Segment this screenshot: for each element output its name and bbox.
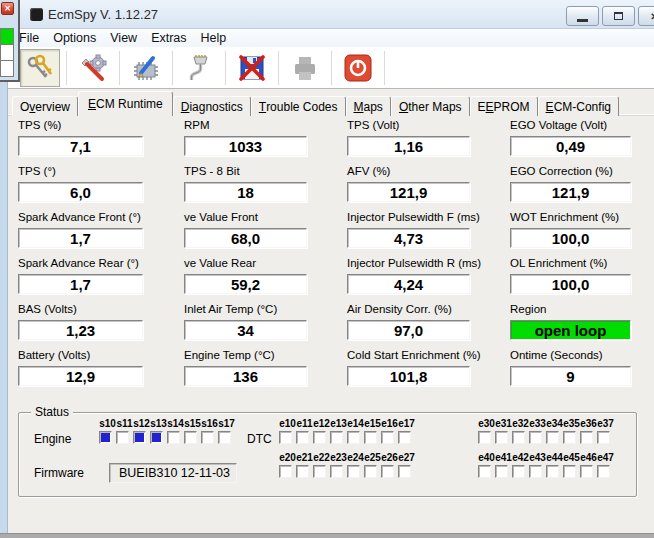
flag-checkbox-e13[interactable] bbox=[330, 431, 343, 444]
flag-checkbox-e23[interactable] bbox=[330, 465, 343, 478]
flag-checkbox-s11[interactable] bbox=[116, 431, 129, 444]
flag-checkbox-e31[interactable] bbox=[495, 431, 508, 444]
flag-checkbox-e24[interactable] bbox=[347, 465, 360, 478]
toolbar-separator bbox=[119, 51, 120, 85]
flag-checkbox-e21[interactable] bbox=[296, 465, 309, 478]
flag-checkbox-e44[interactable] bbox=[546, 465, 559, 478]
menu-view[interactable]: View bbox=[103, 29, 144, 47]
flag-checkbox-e16[interactable] bbox=[381, 431, 394, 444]
field-value-ego-voltage: 0,49 bbox=[510, 136, 631, 156]
popup-close-button[interactable]: ✕ bbox=[1, 2, 14, 15]
tab-overview[interactable]: Overview bbox=[12, 96, 78, 116]
tab-other-maps[interactable]: Other Maps bbox=[391, 96, 470, 116]
print-button[interactable] bbox=[285, 49, 325, 87]
flag-label: e16 bbox=[381, 418, 398, 429]
status-groupbox: Status Engine s10s11s12s13s14s15s16s17 D… bbox=[18, 412, 637, 497]
flag-checkbox-e43[interactable] bbox=[529, 465, 542, 478]
flag-labels: e30e31e32e33e34e35e36e37 bbox=[478, 418, 614, 429]
flag-checkbox-e27[interactable] bbox=[398, 465, 411, 478]
flag-label: s17 bbox=[218, 418, 235, 429]
flag-label: e14 bbox=[347, 418, 364, 429]
flag-label: s12 bbox=[133, 418, 150, 429]
save-cancel-icon bbox=[237, 53, 267, 83]
flag-labels: e40e41e42e43e44e45e46e47 bbox=[478, 452, 614, 463]
flag-checkbox-e22[interactable] bbox=[313, 465, 326, 478]
flag-checkbox-e42[interactable] bbox=[512, 465, 525, 478]
flag-checkbox-e46[interactable] bbox=[580, 465, 593, 478]
background-popup-window[interactable]: ✕ bbox=[0, 0, 20, 82]
field-value-afv: 121,9 bbox=[347, 182, 470, 202]
close-button[interactable]: ✕ bbox=[638, 6, 654, 26]
title-bar[interactable]: EcmSpy V. 1.12.27 ✕ bbox=[0, 0, 654, 29]
flag-checkbox-e33[interactable] bbox=[529, 431, 542, 444]
flag-label: e45 bbox=[563, 452, 580, 463]
ecmspy-window: EcmSpy V. 1.12.27 ✕ File Options View Ex… bbox=[0, 0, 654, 538]
settings-button[interactable] bbox=[73, 49, 113, 87]
window-bottom-edge bbox=[0, 533, 654, 538]
tab-trouble-codes[interactable]: Trouble Codes bbox=[251, 96, 346, 116]
flag-checkbox-e25[interactable] bbox=[364, 465, 377, 478]
toolbar-separator bbox=[225, 51, 226, 85]
field-label-inj-pw-r: Injector Pulsewidth R (ms) bbox=[347, 257, 470, 269]
menu-options[interactable]: Options bbox=[46, 29, 103, 47]
flag-checkbox-e14[interactable] bbox=[347, 431, 360, 444]
save-cancel-button[interactable] bbox=[232, 49, 272, 87]
flag-label: e15 bbox=[364, 418, 381, 429]
flag-checkbox-e36[interactable] bbox=[580, 431, 593, 444]
flag-checkbox-e15[interactable] bbox=[364, 431, 377, 444]
field-label-spark-front: Spark Advance Front (°) bbox=[18, 211, 143, 223]
flag-checkbox-s14[interactable] bbox=[167, 431, 180, 444]
flag-checkbox-e35[interactable] bbox=[563, 431, 576, 444]
flag-label: e11 bbox=[296, 418, 313, 429]
maximize-button[interactable] bbox=[602, 6, 635, 26]
tab-diagnostics[interactable]: Diagnostics bbox=[173, 96, 251, 116]
interface-button[interactable] bbox=[179, 49, 219, 87]
minimize-button[interactable] bbox=[566, 6, 599, 26]
flag-checkbox-s15[interactable] bbox=[184, 431, 197, 444]
tab-label: E bbox=[546, 100, 554, 114]
flag-checkbox-e17[interactable] bbox=[398, 431, 411, 444]
tab-eeprom[interactable]: EEPROM bbox=[470, 96, 538, 116]
flag-checkbox-e12[interactable] bbox=[313, 431, 326, 444]
field-label-ol-enrichment: OL Enrichment (%) bbox=[510, 257, 631, 269]
toolbar-separator bbox=[384, 51, 385, 85]
flag-checkbox-e11[interactable] bbox=[296, 431, 309, 444]
flag-checkbox-e20[interactable] bbox=[279, 465, 292, 478]
menu-extras[interactable]: Extras bbox=[144, 29, 193, 47]
field-label-inj-pw-f: Injector Pulsewidth F (ms) bbox=[347, 211, 470, 223]
flag-checkbox-e32[interactable] bbox=[512, 431, 525, 444]
tab-label: erview bbox=[35, 100, 70, 114]
printer-icon bbox=[290, 53, 320, 83]
flag-checkbox-e37[interactable] bbox=[597, 431, 610, 444]
flag-checkbox-e41[interactable] bbox=[495, 465, 508, 478]
flag-checkbox-s17[interactable] bbox=[218, 431, 231, 444]
tab-maps[interactable]: Maps bbox=[346, 96, 391, 116]
flag-checkbox-s12[interactable] bbox=[133, 431, 146, 444]
flag-checkbox-s16[interactable] bbox=[201, 431, 214, 444]
tab-ecm-runtime[interactable]: ECM Runtime bbox=[78, 91, 173, 116]
popup-cell bbox=[0, 60, 14, 77]
flag-checkbox-e26[interactable] bbox=[381, 465, 394, 478]
field-label-wot-enrichment: WOT Enrichment (%) bbox=[510, 211, 631, 223]
flag-checkbox-e40[interactable] bbox=[478, 465, 491, 478]
menu-help[interactable]: Help bbox=[194, 29, 234, 47]
field-label-ontime: Ontime (Seconds) bbox=[510, 349, 631, 361]
edit-ecm-button[interactable] bbox=[126, 49, 166, 87]
flag-label: e25 bbox=[364, 452, 381, 463]
flag-checkbox-s10[interactable] bbox=[99, 431, 112, 444]
flag-label: e47 bbox=[597, 452, 614, 463]
flag-checkbox-s13[interactable] bbox=[150, 431, 163, 444]
connect-button[interactable] bbox=[20, 49, 60, 87]
tab-ecm-config[interactable]: ECM-Config bbox=[538, 96, 619, 116]
flag-checkbox-e10[interactable] bbox=[279, 431, 292, 444]
flag-labels: s10s11s12s13s14s15s16s17 bbox=[99, 418, 235, 429]
flag-label: s14 bbox=[167, 418, 184, 429]
flag-checkbox-e34[interactable] bbox=[546, 431, 559, 444]
exit-button[interactable] bbox=[338, 49, 378, 87]
field-label-bas: BAS (Volts) bbox=[18, 303, 143, 315]
field-value-tps-deg: 6,0 bbox=[18, 182, 143, 202]
flag-checkbox-e30[interactable] bbox=[478, 431, 491, 444]
flag-checkbox-e47[interactable] bbox=[597, 465, 610, 478]
field-value-ontime: 9 bbox=[510, 366, 631, 386]
flag-checkbox-e45[interactable] bbox=[563, 465, 576, 478]
